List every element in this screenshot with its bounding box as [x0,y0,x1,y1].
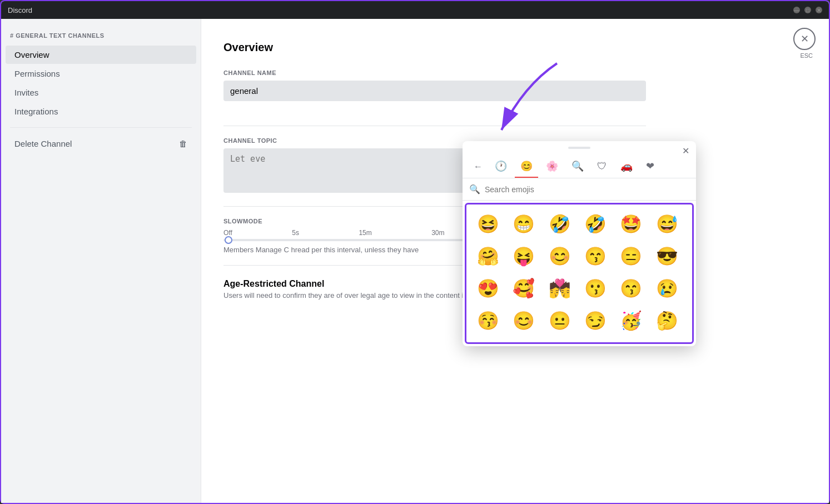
emoji-cell[interactable]: 😙 [580,241,610,271]
emoji-cell[interactable]: 😎 [652,241,682,271]
channel-name-input[interactable] [223,81,646,101]
emoji-cell[interactable]: 😊 [545,241,575,271]
emoji-cell[interactable]: 😑 [616,241,646,271]
slowmode-thumb[interactable] [225,236,232,244]
emoji-tab-recent[interactable]: 🕐 [489,156,513,178]
title-bar: Discord — □ ✕ [1,1,829,19]
sidebar-item-integrations[interactable]: Integrations [6,102,196,121]
sidebar: # GENERAL TEXT CHANNELS Overview Permiss… [1,19,201,503]
emoji-picker-close-button[interactable]: ✕ [682,146,689,156]
slowmode-desc-rest: hread per this interval, unless they hav… [291,246,419,254]
emoji-tab-travel[interactable]: 🚗 [615,156,638,178]
emoji-cell[interactable]: 😍 [473,273,503,303]
close-x-icon: ✕ [801,33,809,45]
emoji-cell[interactable]: 🤣 [545,209,575,239]
emoji-cell[interactable]: 🤔 [652,306,682,336]
emoji-cell[interactable]: 🤗 [473,241,503,271]
slowmode-desc-members: Members [223,246,254,254]
close-window-button[interactable]: ✕ [816,7,822,13]
emoji-cell[interactable]: 😅 [652,209,682,239]
emoji-cell[interactable]: 😊 [509,306,539,336]
emoji-picker: ✕ ← 🕐 😊 🌸 🔍 🛡 🚗 ❤ 🔍 [463,141,696,346]
page-title: Overview [223,41,807,54]
emoji-picker-handle [568,147,590,149]
emoji-cell[interactable]: 🤣 [580,209,610,239]
emoji-cell[interactable]: 💏 [545,273,575,303]
emoji-grid: 😆 😁 🤣 🤣 🤩 😅 🤗 😝 😊 😙 😑 😎 [473,209,685,336]
section-divider-1 [223,126,646,126]
emoji-cell[interactable]: 🥳 [616,306,646,336]
channel-name-label: CHANNEL NAME [223,69,807,76]
emoji-cell[interactable]: 🥰 [509,273,539,303]
close-label: ESC [800,52,813,59]
emoji-cell[interactable]: 😁 [509,209,539,239]
emoji-cell[interactable]: 😢 [652,273,682,303]
slowmode-off: Off [223,229,232,237]
emoji-cell[interactable]: 😙 [616,273,646,303]
close-settings-button[interactable]: ✕ [793,28,816,50]
sidebar-item-permissions[interactable]: Permissions [6,64,196,83]
emoji-search-input[interactable] [485,185,689,194]
emoji-cell[interactable]: 🤩 [616,209,646,239]
main-content: ✕ ESC Overview CHANNEL NAME CHANNEL TOPI… [201,19,829,503]
emoji-cell[interactable]: 😆 [473,209,503,239]
emoji-cell[interactable]: 😗 [580,273,610,303]
content-area: # GENERAL TEXT CHANNELS Overview Permiss… [1,19,829,503]
emoji-tab-hearts[interactable]: ❤ [640,156,660,178]
slowmode-5s: 5s [292,229,299,237]
emoji-cell[interactable]: 😚 [473,306,503,336]
sidebar-divider [10,127,192,128]
sidebar-item-overview[interactable]: Overview [6,46,196,64]
sidebar-section-title: # GENERAL TEXT CHANNELS [1,28,201,43]
trash-icon: 🗑 [179,139,187,148]
emoji-tab-nature[interactable]: 🌸 [540,156,564,178]
emoji-search-container: 🔍 [463,178,696,201]
emoji-back-button[interactable]: ← [469,158,487,175]
emoji-cell[interactable]: 😏 [580,306,610,336]
emoji-tab-symbols[interactable]: 🛡 [592,156,613,178]
minimize-button[interactable]: — [793,7,800,13]
emoji-cell[interactable]: 😐 [545,306,575,336]
app-title: Discord [8,6,32,14]
emoji-cell[interactable]: 😝 [509,241,539,271]
sidebar-item-delete-channel[interactable]: Delete Channel 🗑 [6,134,196,153]
maximize-button[interactable]: □ [804,7,811,13]
emoji-grid-wrapper: 😆 😁 🤣 🤣 🤩 😅 🤗 😝 😊 😙 😑 😎 [465,203,694,344]
slowmode-15m: 15m [359,229,371,237]
title-bar-controls: — □ ✕ [793,7,822,13]
slowmode-30m: 30m [431,229,444,237]
emoji-picker-tabs: ← 🕐 😊 🌸 🔍 🛡 🚗 ❤ [463,153,696,178]
app-window: Discord — □ ✕ # GENERAL TEXT CHANNELS Ov… [0,0,830,504]
emoji-tab-faces[interactable]: 😊 [515,156,538,178]
slowmode-desc-manage: Manage C [256,246,289,254]
sidebar-item-invites[interactable]: Invites [6,83,196,102]
search-icon: 🔍 [469,184,480,194]
emoji-tab-search[interactable]: 🔍 [566,156,589,178]
